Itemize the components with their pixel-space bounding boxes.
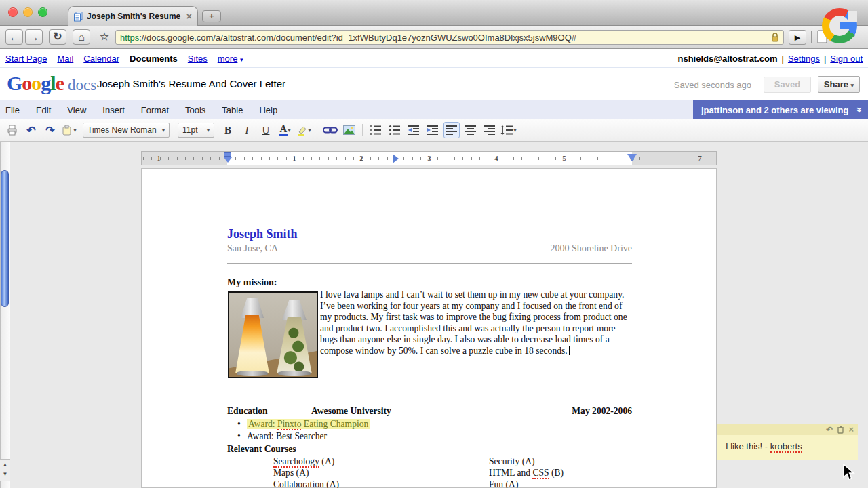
resume-street[interactable]: 2000 Shoreline Drive (550, 243, 632, 254)
comment-reply-icon[interactable]: ↶ (826, 426, 833, 434)
education-dates[interactable]: May 2002-2006 (572, 406, 632, 417)
share-button[interactable]: Share ▾ (818, 76, 860, 93)
text-color-button[interactable]: A ▾ (277, 122, 293, 138)
right-indent-marker[interactable] (627, 154, 637, 161)
window-close-button[interactable] (8, 7, 18, 17)
align-center-button[interactable] (462, 122, 479, 138)
numbered-list-button[interactable] (368, 122, 384, 138)
font-family-select[interactable]: Times New Roman ▾ (83, 123, 170, 138)
presence-expand-icon[interactable]: » (854, 107, 865, 113)
cursor-position-marker (393, 154, 399, 163)
bookmark-star-icon[interactable]: ☆ (96, 29, 113, 45)
forward-button[interactable]: → (25, 29, 43, 45)
scroll-up-arrow[interactable]: ▲ (0, 459, 10, 470)
comment-close-icon[interactable]: × (848, 424, 854, 434)
left-indent-marker[interactable] (224, 157, 232, 163)
scrollbar-thumb[interactable] (1, 170, 9, 307)
award-bullet-2[interactable]: •Award: Best Searcher (237, 431, 327, 442)
font-size-select[interactable]: 11pt ▾ (178, 123, 214, 138)
italic-button[interactable]: I (239, 122, 255, 138)
decrease-indent-button[interactable] (406, 122, 422, 138)
award-bullet-1[interactable]: •Award: Pinxto Eating Champion (237, 419, 370, 430)
go-button[interactable]: ▶ (789, 30, 806, 45)
menu-edit[interactable]: Edit (36, 105, 51, 115)
comment-body[interactable]: I like this! - kroberts (717, 435, 858, 460)
comment-toolbar: ↶ × (717, 424, 858, 435)
line-spacing-button[interactable]: ▾ (500, 122, 517, 138)
comment-delete-icon[interactable] (837, 426, 844, 434)
undo-button[interactable]: ↶ (23, 122, 39, 138)
print-button[interactable] (4, 122, 20, 138)
link-sign-out[interactable]: Sign out (830, 54, 863, 64)
course-item[interactable]: HTML and CSS (B) (489, 467, 564, 479)
link-more[interactable]: more ▾ (218, 54, 243, 64)
menu-view[interactable]: View (67, 105, 86, 115)
window-zoom-button[interactable] (38, 7, 47, 17)
misspelled-word[interactable]: Searchology (273, 456, 319, 468)
document-canvas-area: 1 1 2 3 4 5 6 7 Joseph Smith San Jose, C… (0, 142, 868, 488)
resume-name-heading[interactable]: Joseph Smith (227, 227, 298, 241)
menu-format[interactable]: Format (141, 105, 169, 115)
insert-image-button[interactable] (341, 122, 357, 138)
resume-city[interactable]: San Jose, CA (227, 243, 278, 254)
misspelled-word[interactable]: Pinxto (277, 419, 302, 430)
course-item[interactable]: Fun (A) (489, 479, 564, 488)
image-icon (343, 125, 355, 135)
presence-banner[interactable]: jpattinson and 2 others are viewing » (693, 100, 868, 119)
align-right-button[interactable] (481, 122, 498, 138)
reload-button[interactable]: ↻ (49, 29, 66, 45)
home-button[interactable]: ⌂ (73, 29, 90, 45)
paint-format-button[interactable]: ▾ (61, 122, 77, 138)
course-item[interactable]: Security (A) (489, 455, 564, 467)
university-name[interactable]: Awesome University (311, 406, 391, 417)
misspelled-word[interactable]: CSS (532, 468, 549, 479)
back-button[interactable]: ← (5, 29, 23, 45)
menu-tools[interactable]: Tools (185, 105, 205, 115)
underline-button[interactable]: U (258, 122, 274, 138)
menu-file[interactable]: File (5, 105, 20, 115)
scroll-down-arrow[interactable]: ▼ (0, 470, 10, 481)
course-item[interactable]: Searchology (A) (273, 455, 339, 467)
link-sites[interactable]: Sites (188, 54, 208, 64)
highlighted-award-text[interactable]: Award: Pinxto Eating Champion (247, 419, 370, 429)
comment-box[interactable]: ↶ × I like this! - kroberts (717, 424, 858, 460)
new-tab-button[interactable]: + (202, 10, 221, 22)
education-heading[interactable]: Education (227, 406, 268, 417)
tab-close-icon[interactable]: × (186, 12, 192, 21)
bulleted-list-button[interactable] (387, 122, 403, 138)
more-label[interactable]: more (218, 54, 238, 64)
link-settings[interactable]: Settings (788, 54, 820, 64)
align-left-button[interactable] (443, 122, 460, 138)
increase-indent-button[interactable] (425, 122, 441, 138)
document-title[interactable]: Joseph Smith's Resume And Cover Letter (97, 78, 285, 89)
link-calendar[interactable]: Calendar (83, 54, 119, 64)
lava-lamp-image[interactable] (228, 291, 318, 378)
mission-paragraph[interactable]: I love lava lamps and I can’t wait to se… (320, 289, 635, 357)
menu-help[interactable]: Help (259, 105, 277, 115)
vertical-scrollbar[interactable]: ▲ ▼ (0, 142, 10, 488)
course-item[interactable]: Maps (A) (273, 467, 339, 479)
redo-button[interactable]: ↷ (42, 122, 58, 138)
mission-heading[interactable]: My mission: (227, 277, 277, 288)
bold-button[interactable]: B (220, 122, 236, 138)
first-line-indent-marker[interactable] (224, 152, 231, 157)
highlight-color-button[interactable]: ▾ (296, 122, 312, 138)
address-bar[interactable]: https://docs.google.com/a/altostrat.com/… (115, 30, 784, 45)
insert-link-button[interactable] (322, 122, 338, 138)
course-item[interactable]: Collaboration (A) (273, 479, 339, 488)
courses-left-column[interactable]: Searchology (A) Maps (A) Collaboration (… (273, 455, 339, 488)
courses-right-column[interactable]: Security (A) HTML and CSS (B) Fun (A) (489, 455, 564, 488)
browser-tab[interactable]: Joseph Smith's Resume And × (68, 6, 198, 26)
horizontal-ruler[interactable]: 1 1 2 3 4 5 6 7 (141, 151, 717, 165)
indent-icon (427, 125, 439, 136)
link-start-page[interactable]: Start Page (5, 54, 47, 64)
menu-table[interactable]: Table (222, 105, 243, 115)
document-page[interactable]: Joseph Smith San Jose, CA 2000 Shoreline… (141, 168, 717, 488)
resume-contact-row[interactable]: San Jose, CA 2000 Shoreline Drive (227, 243, 632, 254)
menu-insert[interactable]: Insert (102, 105, 125, 115)
mission-text[interactable]: I love lava lamps and I can’t wait to se… (320, 289, 627, 356)
award-text[interactable]: Award: Best Searcher (247, 431, 327, 441)
link-mail[interactable]: Mail (57, 54, 73, 64)
window-minimize-button[interactable] (23, 7, 33, 17)
relevant-courses-heading[interactable]: Relevant Courses (227, 444, 296, 455)
